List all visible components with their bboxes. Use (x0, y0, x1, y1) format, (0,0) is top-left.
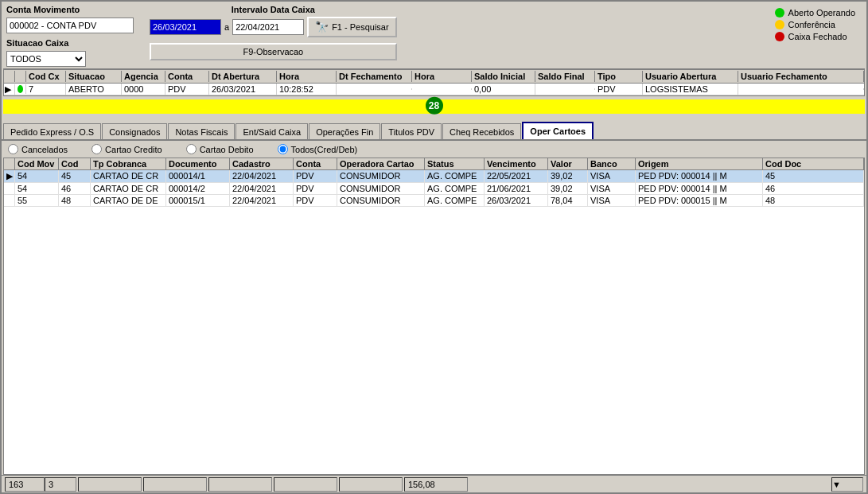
row-usr-fech (738, 88, 864, 90)
th-tipo: Tipo (595, 71, 643, 82)
filter-cartao-debito[interactable]: Cartao Debito (186, 144, 254, 154)
btrow-venc: 26/03/2021 (485, 195, 548, 206)
filter-todos[interactable]: Todos(Cred/Deb) (278, 144, 358, 154)
observacao-button[interactable]: F9-Observacao (150, 43, 397, 60)
tab-pedido-label: Pedido Express / O.S (10, 127, 94, 137)
status-count1: 163 (5, 477, 45, 492)
legend-column: Aberto Operando Conferência Caixa Fechad… (775, 5, 862, 41)
btrow-origem: PED PDV: 000014 || M (636, 183, 763, 194)
btrow-doc: 000015/1 (166, 195, 230, 206)
pesquisar-label: F1 - Pesquisar (332, 22, 389, 32)
th-saldo-fin: Saldo Final (535, 71, 595, 82)
btrow-doc: 000014/2 (166, 183, 230, 194)
filter-cancelados[interactable]: Cancelados (8, 144, 68, 154)
top-table-row[interactable]: ▶ 7 ABERTO 0000 PDV 26/03/2021 10:28:52 … (4, 84, 864, 95)
btrow-venc: 22/05/2021 (485, 170, 548, 182)
btrow-banco: VISA (588, 170, 636, 182)
btrow-doc: 000014/1 (166, 170, 230, 182)
tab-consignados[interactable]: Consignados (102, 123, 167, 139)
btrow-cod: 48 (59, 195, 91, 206)
radio-cancelados[interactable] (8, 144, 18, 154)
binoculars-icon: 🔭 (315, 21, 329, 33)
row-situacao: ABERTO (66, 84, 122, 95)
th-saldo-ini: Saldo Inicial (472, 71, 535, 82)
btrow-valor: 78,04 (548, 195, 588, 206)
btrow-op: CONSUMIDOR (337, 195, 425, 206)
conta-movimento-input[interactable] (6, 18, 134, 33)
bth-origem: Origem (636, 158, 763, 169)
tab-consig-label: Consignados (109, 127, 160, 137)
th-dt-abertura: Dt Abertura (209, 71, 277, 82)
cartao-credito-label: Cartao Credito (105, 145, 162, 154)
row-dt-abertura: 26/03/2021 (209, 84, 277, 95)
badge-28: 28 (426, 97, 443, 115)
intervalo-row: a 🔭 F1 - Pesquisar (150, 17, 397, 37)
tab-notas-fiscais[interactable]: Notas Fiscais (168, 123, 235, 139)
tab-oper-cartoes[interactable]: Oper Cartoes (522, 122, 594, 139)
radio-todos[interactable] (278, 144, 288, 154)
tab-cheq-label: Cheq Recebidos (450, 127, 514, 137)
btrow-cod-mov: 54 (15, 183, 59, 194)
btrow-valor: 39,02 (548, 183, 588, 194)
top-bar: Conta Movimento Situacao Caixa TODOS Int… (2, 2, 866, 68)
legend-fechado: Caixa Fechado (775, 32, 855, 41)
btrow-arrow (4, 183, 15, 194)
pesquisar-button[interactable]: 🔭 F1 - Pesquisar (307, 17, 397, 37)
status-bar: 163 3 156,08 ▼ (2, 475, 866, 492)
bth-doc: Documento (166, 158, 230, 169)
tab-operacoes-fin[interactable]: Operações Fin (309, 123, 380, 139)
bth-cod: Cod (59, 158, 91, 169)
btrow-cod: 46 (59, 183, 91, 194)
bth-valor: Valor (548, 158, 588, 169)
th-dot (15, 71, 26, 82)
date-separator: a (224, 22, 229, 32)
status-count2: 3 (45, 477, 76, 492)
th-hora-fech: Hora (412, 71, 472, 82)
btrow-valor: 39,02 (548, 170, 588, 182)
btrow-conta: PDV (294, 170, 337, 182)
red-dot-icon (775, 32, 784, 41)
status-empty2 (143, 477, 207, 492)
bth-status: Status (425, 158, 485, 169)
legend-fechado-label: Caixa Fechado (788, 32, 847, 41)
btrow-venc: 21/06/2021 (485, 183, 548, 194)
tab-cheq-recebidos[interactable]: Cheq Recebidos (442, 123, 521, 139)
intervalo-label: Intervalo Data Caixa (150, 5, 397, 14)
tab-pedido-express[interactable]: Pedido Express / O.S (3, 123, 101, 139)
green-dot-icon (775, 8, 784, 18)
legend-conferencia: Conferência (775, 20, 855, 29)
bottom-table-row[interactable]: ▶ 54 45 CARTAO DE CR 000014/1 22/04/2021… (4, 170, 864, 183)
radio-cartao-credito[interactable] (91, 144, 102, 154)
intervalo-section: Intervalo Data Caixa a 🔭 F1 - Pesquisar … (150, 5, 397, 60)
filter-cartao-credito[interactable]: Cartao Credito (91, 144, 162, 154)
top-table-container: Cod Cx Situacao Agencia Conta Dt Abertur… (3, 68, 865, 96)
btrow-tp-cob: CARTAO DE CR (91, 170, 166, 182)
row-tipo: PDV (595, 84, 643, 95)
bth-cod-doc: Cod Doc (763, 158, 864, 169)
tab-titulos-pdv[interactable]: Titulos PDV (381, 123, 442, 139)
status-empty5 (339, 477, 403, 492)
status-green-icon (18, 85, 23, 93)
date-from-input[interactable] (150, 19, 221, 35)
scrollbar-button[interactable]: ▼ (831, 477, 863, 492)
situacao-caixa-label: Situacao Caixa (6, 38, 134, 48)
radio-cartao-debito[interactable] (186, 144, 197, 154)
btrow-op: CONSUMIDOR (337, 183, 425, 194)
tab-tit-label: Titulos PDV (388, 127, 434, 137)
bottom-table-row[interactable]: 55 48 CARTAO DE DE 000015/1 22/04/2021 P… (4, 195, 864, 207)
situacao-caixa-select[interactable]: TODOS (6, 51, 86, 67)
date-to-input[interactable] (232, 19, 304, 35)
btrow-cad: 22/04/2021 (230, 170, 294, 182)
bth-venc: Vencimento (485, 158, 548, 169)
btrow-arrow (4, 195, 15, 206)
bth-conta: Conta (294, 158, 337, 169)
btrow-tp-cob: CARTAO DE CR (91, 183, 166, 194)
tab-notas-label: Notas Fiscais (175, 127, 228, 137)
yellow-dot-icon (775, 20, 784, 29)
th-dt-fech: Dt Fechamento (337, 71, 412, 82)
btrow-cod-doc: 45 (763, 170, 864, 182)
bottom-table-row[interactable]: 54 46 CARTAO DE CR 000014/2 22/04/2021 P… (4, 183, 864, 195)
bth-cad: Cadastro (230, 158, 294, 169)
status-empty1 (78, 477, 142, 492)
tab-ent-said-caixa[interactable]: Ent/Said Caixa (235, 123, 308, 139)
